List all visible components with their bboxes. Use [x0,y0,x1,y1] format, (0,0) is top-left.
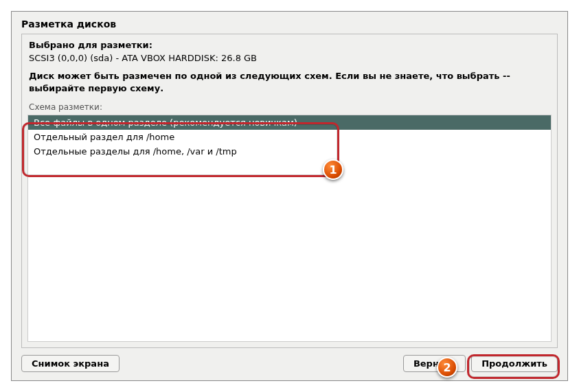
screenshot-button[interactable]: Снимок экрана [21,355,120,372]
scheme-option-all-one[interactable]: Все файлы в одном разделе (рекомендуется… [28,115,551,130]
selected-heading: Выбрано для разметки: [29,40,550,50]
content-frame: Выбрано для разметки: SCSI3 (0,0,0) (sda… [21,34,558,348]
scheme-label: Схема разметки: [22,102,557,113]
info-block: Выбрано для разметки: SCSI3 (0,0,0) (sda… [22,34,557,102]
scheme-option-home-var-tmp[interactable]: Отдельные разделы для /home, /var и /tmp [28,144,551,159]
back-button[interactable]: Вернуть [403,355,466,372]
dialog-window: Разметка дисков Выбрано для разметки: SC… [11,11,568,381]
scheme-list[interactable]: Все файлы в одном разделе (рекомендуется… [27,115,552,342]
selected-disk: SCSI3 (0,0,0) (sda) - ATA VBOX HARDDISK:… [29,53,550,63]
continue-button[interactable]: Продолжить [471,355,558,372]
dialog-title: Разметка дисков [12,12,567,34]
scheme-option-home[interactable]: Отдельный раздел для /home [28,130,551,144]
button-bar: Снимок экрана Вернуть Продолжить [12,348,567,380]
scheme-description: Диск может быть размечен по одной из сле… [29,70,550,94]
